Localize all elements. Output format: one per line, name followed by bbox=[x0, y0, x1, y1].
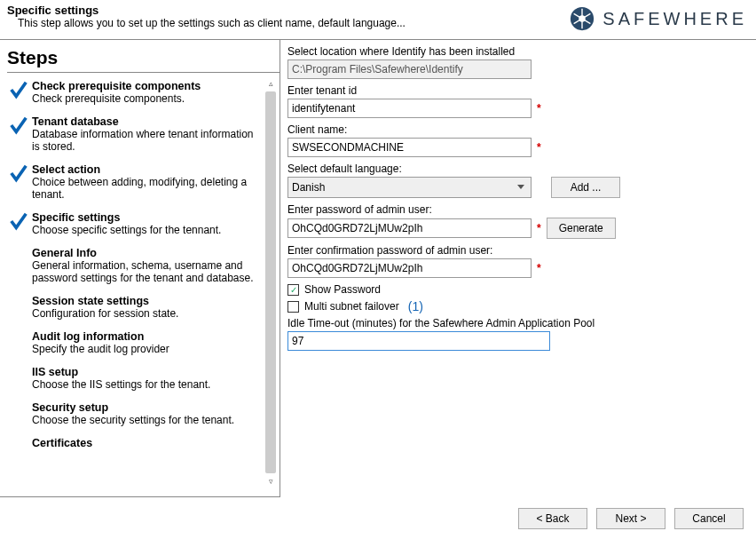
required-icon: * bbox=[537, 102, 541, 115]
sidebar-step[interactable]: Select actionChoice between adding, modi… bbox=[7, 163, 262, 201]
annotation-1: (1) bbox=[408, 299, 423, 313]
scroll-thumb[interactable] bbox=[265, 91, 276, 473]
sidebar-step[interactable]: IIS setupChoose the IIS settings for the… bbox=[7, 366, 262, 391]
next-button[interactable]: Next > bbox=[596, 508, 665, 529]
step-desc: General information, schema, username an… bbox=[32, 259, 262, 284]
sidebar-title: Steps bbox=[7, 47, 280, 73]
sidebar-step[interactable]: Check prerequisite componentsCheck prere… bbox=[7, 80, 262, 105]
step-title: Session state settings bbox=[32, 295, 178, 307]
client-input[interactable] bbox=[287, 138, 532, 157]
idle-label: Idle Time-out (minutes) for the Safewher… bbox=[287, 317, 745, 329]
safewhere-icon bbox=[569, 5, 595, 32]
confirm-input[interactable] bbox=[287, 258, 532, 278]
scroll-down-icon[interactable]: ▿ bbox=[264, 475, 277, 488]
check-icon bbox=[9, 163, 28, 186]
svg-point-1 bbox=[579, 15, 587, 22]
step-desc: Choose the IIS settings for the tenant. bbox=[32, 378, 210, 391]
confirm-label: Enter confirmation password of admin use… bbox=[287, 244, 745, 257]
header: Specific settings This step allows you t… bbox=[0, 0, 756, 34]
scroll-up-icon[interactable]: ▵ bbox=[264, 77, 277, 90]
show-password-label: Show Password bbox=[304, 283, 381, 296]
step-title: IIS setup bbox=[32, 366, 210, 378]
check-icon bbox=[9, 211, 28, 234]
multi-subnet-label: Multi subnet failover bbox=[304, 300, 399, 313]
tenant-label: Enter tenant id bbox=[287, 84, 745, 97]
lang-select[interactable]: Danish bbox=[287, 177, 532, 198]
step-desc: Choose the security settings for the ten… bbox=[32, 414, 234, 426]
brand-text: SAFEWHERE bbox=[602, 9, 747, 29]
cancel-button[interactable]: Cancel bbox=[674, 508, 744, 529]
steps-list: Check prerequisite componentsCheck prere… bbox=[7, 80, 280, 480]
main-area: Steps Check prerequisite componentsCheck… bbox=[0, 40, 756, 497]
step-desc: Choice between adding, modifying, deleti… bbox=[32, 176, 262, 201]
generate-button[interactable]: Generate bbox=[547, 218, 616, 239]
sidebar-scrollbar[interactable]: ▵ ▿ bbox=[264, 77, 278, 488]
step-desc: Check prerequisite components. bbox=[32, 92, 201, 105]
step-title: Certificates bbox=[32, 437, 92, 449]
tenant-input[interactable] bbox=[287, 99, 532, 118]
location-label: Select location where Identify has been … bbox=[287, 45, 745, 58]
header-text: Specific settings This step allows you t… bbox=[7, 4, 406, 29]
step-title: Specific settings bbox=[32, 211, 221, 224]
idle-input[interactable] bbox=[287, 331, 550, 351]
sidebar: Steps Check prerequisite componentsCheck… bbox=[0, 40, 280, 497]
sidebar-step[interactable]: Tenant databaseDatabase information wher… bbox=[7, 115, 262, 153]
step-desc: Specify the audit log provider bbox=[32, 343, 169, 355]
step-title: Select action bbox=[32, 163, 262, 176]
footer: < Back Next > Cancel bbox=[0, 497, 756, 529]
form-panel: Select location where Identify has been … bbox=[280, 40, 756, 497]
lang-label: Select default language: bbox=[287, 163, 745, 175]
pwd-input[interactable] bbox=[287, 218, 532, 238]
step-title: Security setup bbox=[32, 401, 234, 414]
sidebar-step[interactable]: Specific settingsChoose specific setting… bbox=[7, 211, 262, 236]
sidebar-step[interactable]: Audit log informationSpecify the audit l… bbox=[7, 330, 262, 355]
step-desc: Choose specific settings for the tennant… bbox=[32, 224, 221, 236]
step-title: Check prerequisite components bbox=[32, 80, 201, 92]
pwd-label: Enter password of admin user: bbox=[287, 203, 745, 216]
sidebar-step[interactable]: General InfoGeneral information, schema,… bbox=[7, 247, 262, 284]
sidebar-step[interactable]: Certificates bbox=[7, 437, 262, 449]
required-icon: * bbox=[537, 222, 541, 234]
required-icon: * bbox=[537, 262, 541, 274]
sidebar-step[interactable]: Session state settingsConfiguration for … bbox=[7, 295, 262, 320]
add-button[interactable]: Add ... bbox=[551, 177, 620, 198]
step-desc: Configuration for session state. bbox=[32, 307, 178, 320]
show-password-checkbox[interactable]: ✓ bbox=[287, 284, 299, 296]
page-title: Specific settings bbox=[7, 4, 406, 17]
multi-subnet-checkbox[interactable] bbox=[287, 301, 299, 313]
page-subtitle: This step allows you to set up the setti… bbox=[7, 17, 406, 29]
client-label: Client name: bbox=[287, 123, 745, 136]
location-input bbox=[287, 59, 532, 79]
step-title: General Info bbox=[32, 247, 262, 259]
check-icon bbox=[9, 115, 28, 139]
sidebar-step[interactable]: Security setupChoose the security settin… bbox=[7, 401, 262, 426]
step-desc: Database information where tenant inform… bbox=[32, 128, 262, 153]
step-title: Tenant database bbox=[32, 115, 262, 128]
back-button[interactable]: < Back bbox=[518, 508, 587, 529]
required-icon: * bbox=[537, 141, 541, 154]
step-title: Audit log information bbox=[32, 330, 169, 343]
brand-logo: SAFEWHERE bbox=[569, 5, 747, 32]
check-icon bbox=[9, 80, 28, 103]
